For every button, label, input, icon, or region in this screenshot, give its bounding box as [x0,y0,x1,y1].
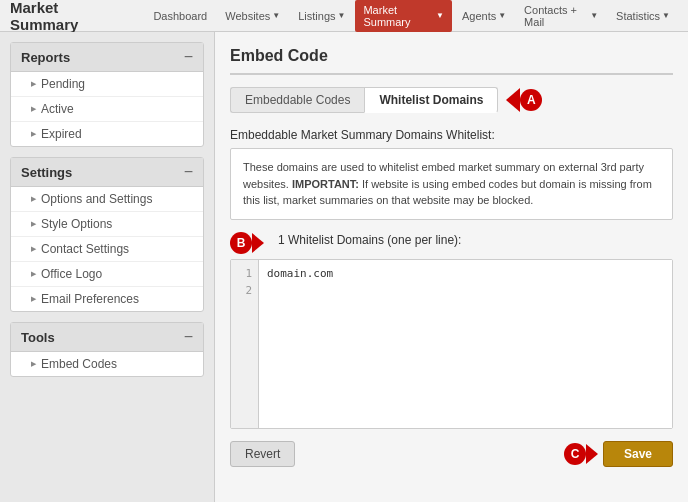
footer-buttons: Revert C Save [230,441,673,467]
sidebar-section-settings-header[interactable]: Settings − [11,158,203,187]
save-button[interactable]: Save [603,441,673,467]
sidebar-item-contact-settings[interactable]: Contact Settings [11,237,203,262]
sidebar-item-pending[interactable]: Pending [11,72,203,97]
chevron-down-icon: ▼ [498,11,506,20]
annotation-a: A [506,88,542,112]
sidebar-section-reports-title: Reports [21,50,70,65]
chevron-down-icon: ▼ [272,11,280,20]
nav-market-summary[interactable]: Market Summary ▼ [355,0,452,32]
sidebar: Reports − Pending Active Expired Setting… [0,32,215,502]
sidebar-section-reports-header[interactable]: Reports − [11,43,203,72]
collapse-tools-icon[interactable]: − [184,329,193,345]
sidebar-item-options-settings[interactable]: Options and Settings [11,187,203,212]
collapse-reports-icon[interactable]: − [184,49,193,65]
sidebar-section-tools: Tools − Embed Codes [10,322,204,377]
sidebar-section-tools-title: Tools [21,330,55,345]
nav-websites[interactable]: Websites ▼ [217,0,288,32]
sidebar-section-settings: Settings − Options and Settings Style Op… [10,157,204,312]
line-number-2: 2 [237,282,252,300]
top-nav: Market Summary Dashboard Websites ▼ List… [0,0,688,32]
sidebar-item-embed-codes[interactable]: Embed Codes [11,352,203,376]
sidebar-item-email-preferences[interactable]: Email Preferences [11,287,203,311]
nav-statistics[interactable]: Statistics ▼ [608,0,678,32]
tab-embeddable-codes[interactable]: Embeddable Codes [230,87,364,113]
annotation-c-badge: C [564,443,586,465]
content-title: Embed Code [230,47,673,75]
nav-dashboard[interactable]: Dashboard [145,0,215,32]
chevron-down-icon: ▼ [338,11,346,20]
sidebar-section-settings-title: Settings [21,165,72,180]
chevron-down-icon: ▼ [436,11,444,20]
sidebar-item-active[interactable]: Active [11,97,203,122]
main-layout: Reports − Pending Active Expired Setting… [0,32,688,502]
nav-contacts[interactable]: Contacts + Mail ▼ [516,0,606,32]
chevron-down-icon: ▼ [590,11,598,20]
info-text-bold: IMPORTANT: [292,178,359,190]
tab-group: Embeddable Codes Whitelist Domains [230,87,498,113]
chevron-down-icon: ▼ [662,11,670,20]
sidebar-item-office-logo[interactable]: Office Logo [11,262,203,287]
whitelist-label: 1 Whitelist Domains (one per line): [278,233,461,247]
revert-button[interactable]: Revert [230,441,295,467]
annotation-b-badge: B [230,232,252,254]
line-number-1: 1 [237,265,252,283]
collapse-settings-icon[interactable]: − [184,164,193,180]
nav-agents[interactable]: Agents ▼ [454,0,514,32]
annotation-a-badge: A [520,89,542,111]
page-title: Market Summary [10,0,125,33]
annotation-a-arrow [506,88,520,112]
nav-listings[interactable]: Listings ▼ [290,0,353,32]
nav-menu: Dashboard Websites ▼ Listings ▼ Market S… [145,0,678,32]
sidebar-item-style-options[interactable]: Style Options [11,212,203,237]
info-box-label: Embeddable Market Summary Domains Whitel… [230,128,673,142]
sidebar-section-reports: Reports − Pending Active Expired [10,42,204,147]
annotation-c-arrow [586,444,598,464]
annotation-b-arrow [252,233,264,253]
content-area: Embed Code Embeddable Codes Whitelist Do… [215,32,688,502]
sidebar-section-tools-header[interactable]: Tools − [11,323,203,352]
tab-whitelist-domains[interactable]: Whitelist Domains [364,87,498,113]
sidebar-item-expired[interactable]: Expired [11,122,203,146]
info-box: These domains are used to whitelist embe… [230,148,673,220]
whitelist-textarea-container: 1 2 domain.com [230,259,673,429]
save-wrapper: C Save [564,441,673,467]
line-numbers: 1 2 [231,260,259,428]
whitelist-textarea[interactable]: domain.com [259,260,672,428]
